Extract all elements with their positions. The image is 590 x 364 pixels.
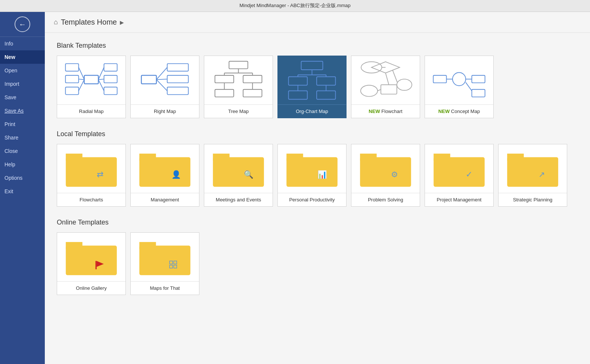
svg-rect-67 [213,154,229,161]
back-button[interactable]: ← [0,12,45,37]
svg-rect-0 [84,75,99,84]
template-card-icon-strategic-planning: ↗ [499,144,567,193]
svg-rect-83 [96,261,97,269]
svg-rect-48 [381,85,397,94]
svg-rect-13 [142,75,156,84]
svg-text:🔍: 🔍 [244,170,254,180]
template-card-right-map[interactable]: Right Map [130,56,199,118]
template-card-icon-problem-solving: ⚙ [351,144,420,193]
svg-rect-36 [317,91,335,100]
svg-line-9 [79,80,84,91]
svg-point-54 [453,73,466,86]
svg-rect-86 [139,242,156,249]
breadcrumb-arrow: ▶ [120,19,124,25]
main-content: ⌂ Templates Home ▶ Blank Templates Radia… [45,12,590,364]
template-card-icon-maps-for-that [131,233,199,281]
local-templates-grid: ⇄ Flowcharts 👤 Management 🔍 Meetings and… [57,144,578,207]
sidebar-item-exit[interactable]: Exit [0,185,45,198]
template-card-maps-for-that[interactable]: Maps for That [130,232,199,295]
template-card-label-new-concept-map: NEW Concept Map [425,104,493,118]
online-templates-grid: Online Gallery Maps for That [57,232,578,295]
svg-line-7 [79,68,84,80]
svg-rect-63 [139,157,190,187]
svg-rect-53 [433,75,446,83]
template-card-meetings-events[interactable]: 🔍 Meetings and Events [204,144,273,207]
svg-rect-78 [507,157,558,187]
svg-text:⚙: ⚙ [391,170,398,179]
svg-line-51 [386,73,389,85]
template-card-label-management: Management [131,193,199,206]
svg-text:⇄: ⇄ [97,170,103,179]
home-icon[interactable]: ⌂ [54,18,58,26]
svg-rect-72 [360,157,411,187]
sidebar-item-save-as[interactable]: Save As [0,104,45,117]
svg-rect-55 [472,75,485,83]
svg-rect-66 [213,157,264,187]
sidebar-item-share[interactable]: Share [0,131,45,144]
svg-rect-23 [215,90,234,97]
svg-rect-24 [243,90,262,97]
sidebar-item-info[interactable]: Info [0,37,45,50]
template-card-label-online-gallery: Online Gallery [57,281,125,295]
template-card-label-radial-map: Radial Map [57,104,125,118]
template-card-icon-tree-map [204,56,273,104]
sidebar-item-save[interactable]: Save [0,91,45,104]
template-card-online-gallery[interactable]: Online Gallery [57,232,126,295]
template-card-personal-productivity[interactable]: 📊 Personal Productivity [277,144,347,207]
svg-rect-76 [434,154,450,161]
template-card-strategic-planning[interactable]: ↗ Strategic Planning [498,144,567,207]
breadcrumb-title: Templates Home [61,18,117,26]
template-card-icon-meetings-events: 🔍 [204,144,273,193]
svg-line-12 [98,80,104,91]
template-card-new-flowchart[interactable]: NEW Flowchart [351,56,420,118]
sidebar-item-print[interactable]: Print [0,117,45,131]
template-card-project-management[interactable]: ✓ Project Management [425,144,494,207]
svg-rect-70 [286,154,303,161]
template-card-label-tree-map: Tree Map [204,104,273,118]
svg-rect-21 [215,75,234,83]
svg-rect-32 [301,62,323,70]
template-card-flowcharts[interactable]: ⇄ Flowcharts [57,144,126,207]
online-templates-title: Online Templates [57,219,578,226]
template-card-label-problem-solving: Problem Solving [351,193,420,206]
svg-line-52 [378,90,381,91]
svg-rect-16 [167,87,189,95]
sidebar-item-new[interactable]: New [0,50,45,64]
sidebar-item-options[interactable]: Options [0,171,45,185]
svg-text:✓: ✓ [466,170,472,179]
template-card-label-flowcharts: Flowcharts [57,193,125,206]
svg-rect-61 [66,154,82,161]
svg-rect-1 [65,64,78,71]
sidebar-item-help[interactable]: Help [0,158,45,171]
template-card-icon-flowcharts: ⇄ [57,144,125,193]
sidebar-item-open[interactable]: Open [0,64,45,77]
svg-line-11 [98,79,104,79]
svg-rect-35 [289,91,307,100]
sidebar-item-import[interactable]: Import [0,77,45,91]
title-bar: Mindjet MindManager - ABC旅行预定-企业版.mmap [0,0,590,12]
template-card-org-chart-map[interactable]: Org-Chart Map [277,56,347,118]
svg-rect-69 [286,157,338,187]
template-card-icon-management: 👤 [131,144,199,193]
blank-templates-grid: Radial Map Right Map Tree Map [57,56,578,118]
template-card-tree-map[interactable]: Tree Map [204,56,273,118]
svg-line-18 [156,79,167,79]
template-card-management[interactable]: 👤 Management [130,144,199,207]
template-card-icon-personal-productivity: 📊 [278,144,346,193]
svg-rect-34 [317,77,335,85]
template-card-label-strategic-planning: Strategic Planning [499,193,567,206]
template-card-label-org-chart-map: Org-Chart Map [278,104,346,118]
template-card-problem-solving[interactable]: ⚙ Problem Solving [351,144,420,207]
template-card-label-right-map: Right Map [131,104,199,118]
app-body: ← InfoNewOpenImportSaveSave AsPrintShare… [0,12,590,364]
svg-line-10 [98,68,104,80]
svg-line-17 [156,68,167,80]
svg-text:↗: ↗ [538,170,545,179]
template-card-new-concept-map[interactable]: NEW Concept Map [425,56,494,118]
svg-line-59 [466,82,472,91]
template-card-label-new-flowchart: NEW Flowchart [351,104,420,118]
template-card-radial-map[interactable]: Radial Map [57,56,126,118]
breadcrumb-bar: ⌂ Templates Home ▶ [45,12,590,33]
sidebar-item-close[interactable]: Close [0,144,45,158]
sidebar: ← InfoNewOpenImportSaveSave AsPrintShare… [0,12,45,364]
